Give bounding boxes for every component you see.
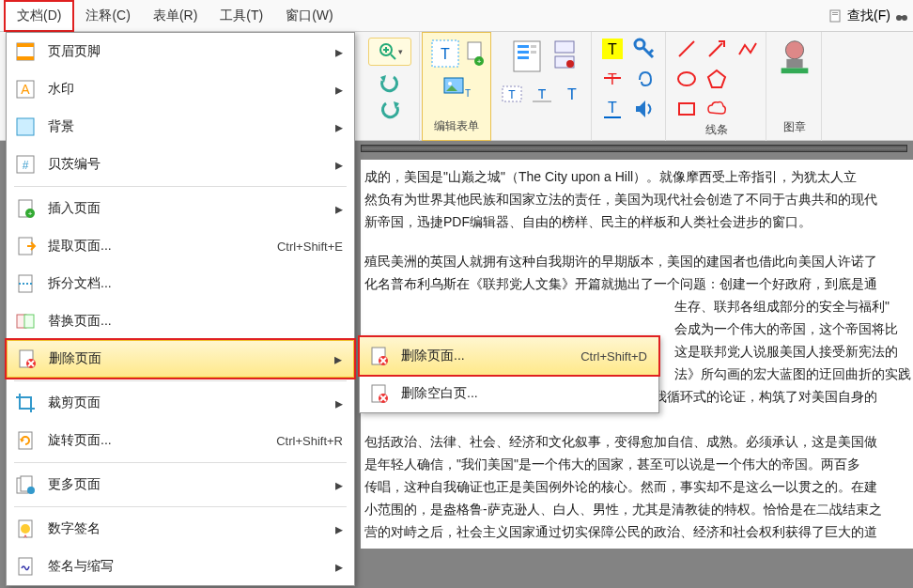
underline-t-icon[interactable]: T xyxy=(599,96,626,122)
svg-rect-44 xyxy=(679,103,694,115)
chevron-right-icon: ▸ xyxy=(335,476,343,494)
menu-watermark[interactable]: A 水印 ▸ xyxy=(7,70,354,108)
submenu-delete-page[interactable]: 删除页面... Ctrl+Shift+D xyxy=(360,337,658,375)
menu-rotate-page[interactable]: 旋转页面... Ctrl+Shift+R xyxy=(7,422,354,459)
svg-text:T: T xyxy=(465,88,471,99)
svg-rect-22 xyxy=(531,45,536,48)
delete-page-submenu: 删除页面... Ctrl+Shift+D 删除空白页... xyxy=(359,336,659,413)
svg-line-41 xyxy=(679,41,694,56)
menu-sign-abbrev[interactable]: 签名与缩写 ▸ xyxy=(7,548,354,585)
svg-rect-21 xyxy=(518,56,529,59)
menu-more-pages[interactable]: 更多页面 ▸ xyxy=(7,466,354,503)
svg-point-71 xyxy=(27,487,35,494)
zoom-in-button[interactable]: ▾ xyxy=(368,38,411,66)
menubar: 文档(D) 注释(C) 表单(R) 工具(T) 窗口(W) 查找(F) xyxy=(0,0,913,32)
svg-rect-23 xyxy=(531,51,536,54)
chevron-right-icon: ▸ xyxy=(335,200,343,218)
binoculars-icon xyxy=(894,8,909,23)
form-add-icon[interactable]: + xyxy=(466,37,485,70)
menu-crop-page[interactable]: 裁剪页面 ▸ xyxy=(7,384,354,422)
form-list-icon[interactable] xyxy=(506,36,548,77)
svg-text:T: T xyxy=(567,86,577,102)
svg-point-73 xyxy=(21,524,30,534)
svg-line-42 xyxy=(709,43,722,56)
menu-background[interactable]: 背景 ▸ xyxy=(7,108,354,146)
edit-form-label: 编辑表单 xyxy=(434,118,479,134)
svg-rect-1 xyxy=(832,12,838,13)
sign-abbrev-icon xyxy=(14,555,37,578)
menu-digital-sign[interactable]: 数字签名 ▸ xyxy=(7,510,354,548)
svg-line-7 xyxy=(391,54,395,59)
svg-text:+: + xyxy=(28,209,33,218)
arrow-red-icon[interactable] xyxy=(704,36,730,62)
chevron-right-icon: ▸ xyxy=(335,558,343,576)
svg-rect-46 xyxy=(786,59,802,69)
form-menu-icon[interactable] xyxy=(551,36,578,73)
attach-icon[interactable] xyxy=(631,66,658,92)
chevron-right-icon: ▸ xyxy=(335,81,343,99)
menu-form[interactable]: 表单(R) xyxy=(142,2,209,30)
stamp-label: 图章 xyxy=(783,119,806,135)
svg-point-16 xyxy=(448,82,452,85)
menu-replace-page[interactable]: 替换页面... xyxy=(7,302,354,340)
lines-label: 线条 xyxy=(705,122,728,138)
menu-extract-page[interactable]: 提取页面... Ctrl+Shift+E xyxy=(7,227,354,265)
svg-rect-50 xyxy=(17,56,34,60)
cloud-red-icon[interactable] xyxy=(704,96,730,122)
menu-window[interactable]: 窗口(W) xyxy=(274,2,345,30)
rotate-icon xyxy=(14,429,37,452)
polyline-red-icon[interactable] xyxy=(734,36,760,62)
form-image-icon[interactable]: T xyxy=(442,76,471,101)
svg-rect-19 xyxy=(518,45,529,48)
svg-text:T: T xyxy=(441,46,450,62)
menu-insert-page[interactable]: + 插入页面 ▸ xyxy=(7,190,354,227)
key-icon[interactable] xyxy=(631,36,658,62)
redo-icon[interactable] xyxy=(377,98,403,120)
delete-page-icon xyxy=(367,345,390,367)
svg-text:T: T xyxy=(538,86,547,101)
form-field-t-icon[interactable]: T xyxy=(499,81,525,107)
crop-icon xyxy=(14,392,37,414)
submenu-delete-blank[interactable]: 删除空白页... xyxy=(360,375,658,412)
sound-icon[interactable] xyxy=(631,96,658,122)
svg-text:T: T xyxy=(608,41,617,57)
svg-text:T: T xyxy=(608,100,617,116)
chevron-right-icon: ▸ xyxy=(335,118,343,136)
svg-line-36 xyxy=(649,50,653,54)
chevron-right-icon: ▸ xyxy=(335,156,343,174)
find-action[interactable]: 查找(F) xyxy=(828,8,913,24)
ellipse-red-icon[interactable] xyxy=(673,66,700,92)
undo-icon[interactable] xyxy=(377,71,403,94)
svg-text:T: T xyxy=(508,88,516,101)
menu-bates[interactable]: # 贝茨编号 ▸ xyxy=(7,146,354,183)
svg-point-26 xyxy=(566,60,574,68)
strike-t-icon[interactable]: T xyxy=(599,66,626,92)
chevron-right-icon: ▸ xyxy=(335,520,343,538)
highlight-t-icon[interactable]: T xyxy=(599,36,626,62)
line-red-icon[interactable] xyxy=(673,36,700,62)
menu-split-doc[interactable]: 拆分文档... xyxy=(7,265,354,302)
svg-rect-47 xyxy=(781,68,809,73)
delete-page-icon xyxy=(15,348,38,370)
menu-document[interactable]: 文档(D) xyxy=(4,0,74,32)
svg-rect-53 xyxy=(17,118,34,135)
form-text-t-icon[interactable]: T xyxy=(529,81,555,107)
watermark-icon: A xyxy=(14,78,37,101)
svg-rect-24 xyxy=(555,41,574,53)
form-plain-t-icon[interactable]: T xyxy=(559,81,585,107)
menu-tools[interactable]: 工具(T) xyxy=(209,2,274,30)
stamp-icon[interactable] xyxy=(774,36,815,77)
rect-red-icon[interactable] xyxy=(673,96,700,122)
pentagon-red-icon[interactable] xyxy=(704,66,730,92)
menu-annotation[interactable]: 注释(C) xyxy=(74,2,141,30)
form-text-icon[interactable]: T xyxy=(428,37,462,70)
find-icon xyxy=(828,8,843,23)
menu-delete-page[interactable]: 删除页面 ▸ xyxy=(7,340,354,378)
insert-page-icon: + xyxy=(14,197,37,220)
chevron-right-icon: ▸ xyxy=(334,350,342,368)
svg-rect-49 xyxy=(17,43,34,47)
menu-header-footer[interactable]: 页眉页脚 ▸ xyxy=(7,33,354,70)
chevron-right-icon: ▸ xyxy=(335,395,343,412)
svg-rect-2 xyxy=(832,14,838,15)
more-pages-icon xyxy=(14,473,37,496)
